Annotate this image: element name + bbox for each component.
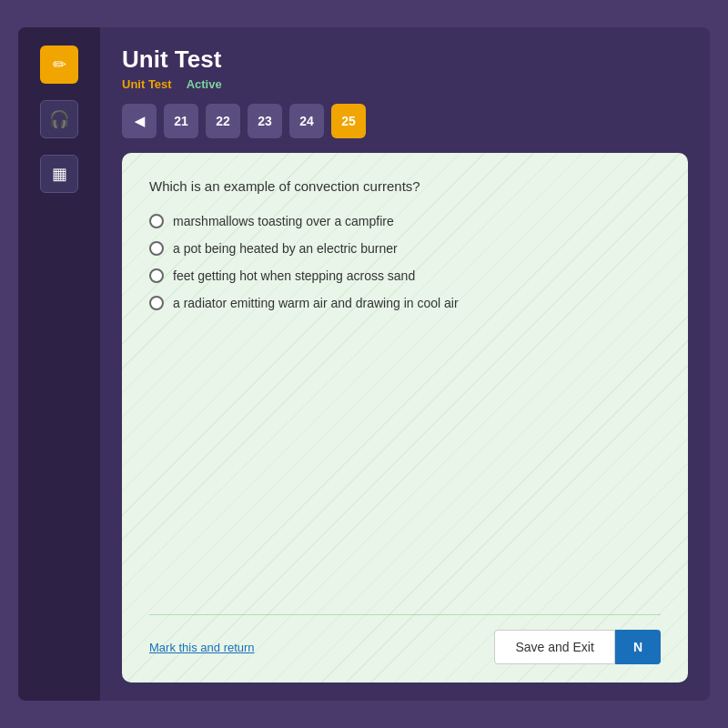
option-a[interactable]: marshmallows toasting over a campfire — [149, 214, 661, 228]
option-b-label: a pot being heated by an electric burner — [173, 241, 398, 256]
calculator-icon[interactable]: ▦ — [40, 155, 78, 193]
next-button[interactable]: N — [615, 630, 661, 664]
nav-btn-23[interactable]: 23 — [248, 104, 282, 138]
option-d[interactable]: a radiator emitting warm air and drawing… — [149, 296, 661, 310]
screen: ✏ 🎧 ▦ Unit Test Unit Test Active ◀ 21 22… — [18, 27, 710, 701]
breadcrumb: Unit Test Active — [122, 77, 688, 91]
bottom-buttons: Save and Exit N — [494, 630, 661, 664]
question-nav: ◀ 21 22 23 24 25 — [122, 104, 688, 138]
main-content: Unit Test Unit Test Active ◀ 21 22 23 24… — [100, 27, 710, 701]
option-c-label: feet getting hot when stepping across sa… — [173, 268, 415, 283]
nav-btn-22[interactable]: 22 — [206, 104, 240, 138]
mark-return-link[interactable]: Mark this and return — [149, 641, 255, 654]
option-d-radio[interactable] — [149, 296, 164, 310]
option-b-radio[interactable] — [149, 241, 164, 256]
option-b[interactable]: a pot being heated by an electric burner — [149, 241, 661, 256]
question-text: Which is an example of convection curren… — [149, 178, 661, 194]
option-c[interactable]: feet getting hot when stepping across sa… — [149, 268, 661, 283]
header: Unit Test Unit Test Active — [122, 46, 688, 91]
headphone-icon[interactable]: 🎧 — [40, 100, 78, 138]
page-title: Unit Test — [122, 46, 688, 74]
sidebar: ✏ 🎧 ▦ — [18, 27, 100, 701]
nav-prev-button[interactable]: ◀ — [122, 104, 157, 138]
nav-btn-24[interactable]: 24 — [289, 104, 324, 138]
breadcrumb-link[interactable]: Unit Test — [122, 77, 172, 91]
bottom-bar: Mark this and return Save and Exit N — [149, 614, 661, 664]
option-d-label: a radiator emitting warm air and drawing… — [173, 296, 459, 310]
question-card: Which is an example of convection curren… — [122, 153, 688, 682]
save-exit-button[interactable]: Save and Exit — [494, 630, 614, 664]
nav-btn-21[interactable]: 21 — [164, 104, 198, 138]
option-a-radio[interactable] — [149, 214, 164, 228]
pencil-icon[interactable]: ✏ — [40, 46, 78, 84]
options-list: marshmallows toasting over a campfire a … — [149, 214, 661, 310]
nav-btn-25[interactable]: 25 — [331, 104, 366, 138]
breadcrumb-status: Active — [187, 77, 222, 91]
option-a-label: marshmallows toasting over a campfire — [173, 214, 394, 228]
option-c-radio[interactable] — [149, 268, 164, 283]
